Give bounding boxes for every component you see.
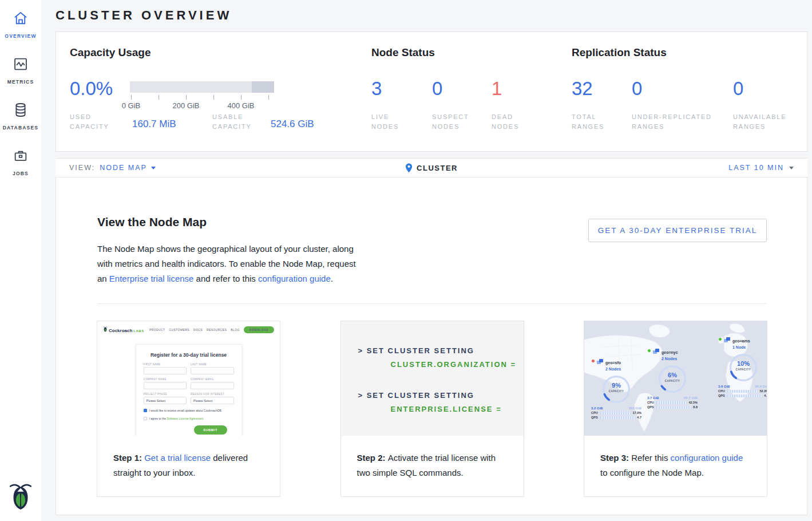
capacity-label: CAPACITY — [727, 368, 759, 371]
mini-input — [191, 367, 234, 374]
configuration-guide-link[interactable]: configuration guide — [671, 453, 743, 463]
node-map-preview-image: geo=sfo2 Nodes 9% CAPACITY 3.2 GiB351 Gi… — [584, 321, 767, 436]
locality-name: geo=sfo — [605, 361, 621, 365]
cpu-value: 52.3% — [759, 389, 767, 393]
mini-download-button: DOWNLOAD — [244, 326, 274, 333]
step2-caption: Step 2: Activate the trial license with … — [341, 436, 524, 480]
step-cards: Cockroach LABS PRODUCT CUSTOMERS DOCS RE… — [97, 321, 767, 497]
code-line: CLUSTER.ORGANIZATION = — [391, 360, 517, 369]
capacity-gauge: 10% CAPACITY — [727, 352, 759, 384]
configuration-guide-link[interactable]: configuration guide — [258, 274, 331, 283]
mini-site-logo-suffix: LABS — [133, 329, 144, 333]
time-range-dropdown[interactable]: LAST 10 MIN — [728, 159, 794, 177]
sidebar-item-databases[interactable]: DATABASES — [0, 102, 41, 132]
axis-tick — [159, 95, 159, 100]
sidebar-item-jobs[interactable]: JOBS — [0, 148, 41, 177]
jobs-icon — [12, 148, 29, 164]
usable-capacity-label: USABLE CAPACITY — [212, 112, 265, 132]
view-selector-dropdown[interactable]: NODE MAP — [100, 164, 156, 172]
step3-label: Step 3: — [600, 453, 631, 463]
axis-tick-label: 200 GiB — [173, 101, 200, 110]
step3-text: to configure the Node Map. — [600, 468, 704, 477]
page-title: CLUSTER OVERVIEW — [56, 8, 232, 23]
qps-value: 4.4 — [764, 394, 767, 397]
mini-nav-item: RESOURCES — [207, 328, 227, 331]
breadcrumb[interactable]: CLUSTER — [405, 159, 458, 177]
locality-node-count: 2 Nodes — [662, 357, 677, 361]
capacity-gauge: 9% CAPACITY — [600, 373, 632, 405]
metrics-icon — [12, 56, 29, 72]
step3-card: geo=sfo2 Nodes 9% CAPACITY 3.2 GiB351 Gi… — [584, 321, 767, 497]
dead-nodes-value: 1 — [492, 78, 502, 100]
sidebar-item-overview[interactable]: OVERVIEW — [0, 10, 41, 40]
node-cube-icon — [597, 359, 604, 365]
dead-nodes-label: DEAD NODES — [492, 112, 536, 132]
live-status-dot — [718, 337, 722, 341]
mini-form-title: Register for a 30-day trial license — [144, 352, 234, 358]
node-map-heading: View the Node Map — [97, 215, 207, 229]
capacity-bar-reserved-segment — [252, 81, 274, 93]
map-pin-icon — [405, 163, 413, 173]
qps-sparkline — [600, 416, 635, 419]
cpu-sparkline — [600, 412, 631, 415]
locality-name: geo=nyc — [662, 350, 678, 354]
capacity-total: 351 GiB — [629, 406, 641, 410]
sidebar-item-label: JOBS — [13, 171, 29, 176]
code-line: > SET CLUSTER SETTING — [358, 346, 474, 355]
mini-nav-item: CUSTOMERS — [169, 328, 189, 331]
mini-nav-item: PRODUCT — [149, 328, 165, 331]
capacity-percent: 9% — [600, 382, 632, 389]
live-nodes-label: LIVE NODES — [371, 112, 416, 132]
mini-field-label: FIRST NAME — [144, 363, 187, 366]
cpu-label: CPU — [718, 389, 726, 393]
axis-tick — [131, 95, 132, 100]
capacity-used: 3.6 GiB — [718, 385, 730, 388]
mini-submit-button: SUBMIT — [194, 425, 227, 435]
enterprise-trial-license-link[interactable]: Enterprise trial license — [109, 274, 194, 283]
locality-node-count: 1 Node — [732, 345, 746, 349]
mini-field-label: REASON FOR INTEREST — [191, 393, 234, 396]
cpu-label: CPU — [647, 401, 655, 404]
capacity-percent: 6% — [656, 372, 688, 378]
enterprise-trial-button[interactable]: GET A 30-DAY ENTERPRISE TRIAL — [588, 219, 767, 242]
code-line: ENTERPRISE.LICENSE = — [391, 405, 502, 413]
sidebar-item-label: METRICS — [7, 79, 34, 85]
replication-status-title: Replication Status — [572, 46, 667, 59]
capacity-bar — [130, 81, 274, 93]
locality-widget-nyc: geo=nyc2 Nodes 6% CAPACITY 3.7 GiB65.7 G… — [647, 349, 698, 409]
capacity-total: 65.7 GiB — [684, 396, 698, 400]
qps-sparkline — [727, 394, 762, 397]
suspect-nodes-label: SUSPECT NODES — [432, 112, 480, 132]
capacity-usage-title: Capacity Usage — [70, 46, 151, 59]
node-status-title: Node Status — [371, 46, 435, 59]
breadcrumb-cluster-label: CLUSTER — [417, 164, 458, 172]
capacity-used: 3.2 GiB — [591, 406, 603, 410]
get-trial-license-link[interactable]: Get a trial license — [144, 453, 211, 463]
step3-text: Refer this — [631, 453, 670, 463]
mini-checkbox-label: I would like to receive email updates ab… — [149, 409, 223, 412]
mini-input — [144, 367, 187, 374]
unavailable-ranges-label: UNAVAILABLE RANGES — [733, 112, 802, 132]
node-cube-icon — [724, 337, 731, 344]
node-cube-icon — [653, 349, 660, 355]
cluster-summary-panel: Capacity Usage 0.0% 0 GiB 200 GiB 400 Gi… — [56, 31, 807, 152]
capacity-percent: 10% — [727, 360, 759, 367]
total-ranges-label: TOTAL RANGES — [572, 112, 617, 132]
mini-cockroach-logo: Cockroach LABS — [103, 326, 144, 333]
sidebar-item-metrics[interactable]: METRICS — [0, 56, 41, 86]
code-line: > SET CLUSTER SETTING — [358, 391, 474, 400]
mini-field-label: COMPANY EMAIL — [191, 378, 234, 381]
mini-field-label: COMPANY NAME — [144, 378, 187, 381]
used-capacity-value: 160.7 MiB — [132, 119, 176, 130]
mini-nav-item: BLOG — [231, 328, 240, 331]
capacity-label: CAPACITY — [600, 390, 632, 393]
suspect-nodes-value: 0 — [432, 78, 442, 100]
mini-input — [144, 382, 187, 389]
qps-label: QPS — [647, 405, 655, 409]
cockroach-logo — [8, 482, 33, 511]
mini-checkbox-label: I agree to the Software License Agreemen… — [149, 417, 204, 420]
description-text: . — [331, 274, 333, 283]
trial-registration-preview: Cockroach LABS PRODUCT CUSTOMERS DOCS RE… — [97, 321, 280, 436]
mini-input — [191, 382, 234, 389]
step1-label: Step 1: — [113, 453, 144, 463]
